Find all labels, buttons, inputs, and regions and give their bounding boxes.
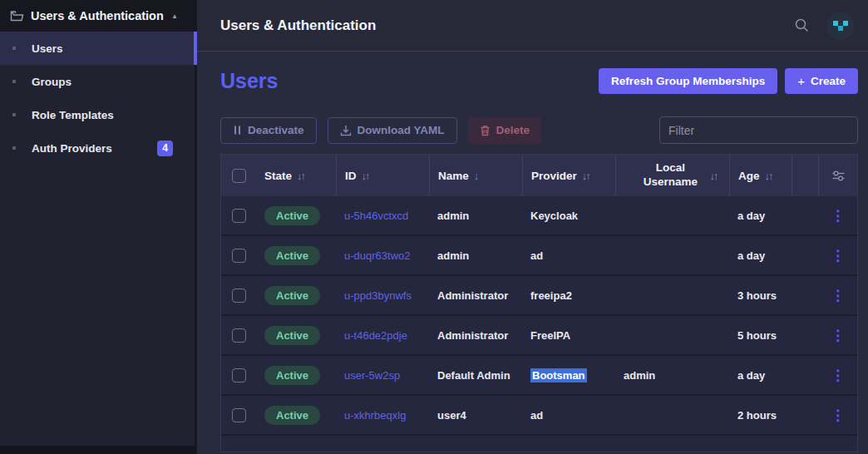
sidebar-item-label: Role Templates <box>26 109 185 121</box>
header-cell-empty <box>792 155 818 196</box>
header-cell-provider[interactable]: Provider ↓↑ <box>522 155 615 196</box>
sort-icon[interactable]: ↓↑ <box>582 170 589 182</box>
user-avatar[interactable] <box>826 12 855 40</box>
sort-icon[interactable]: ↓ <box>474 170 478 182</box>
provider-value: Keycloak <box>530 210 578 222</box>
main-area: Users & Authentication Users Refresh Gro… <box>197 0 868 454</box>
identicon-avatar-icon <box>826 12 855 40</box>
cell-age: a day <box>729 210 792 222</box>
kebab-menu-icon[interactable]: ⋮ <box>824 245 851 266</box>
auth-providers-count-badge: 4 <box>157 141 173 156</box>
status-badge: Active <box>264 366 320 385</box>
sidebar-item-auth-providers[interactable]: Auth Providers 4 <box>0 131 195 165</box>
sort-icon[interactable]: ↓↑ <box>710 170 718 182</box>
cell-id: u-5h46vctxcd <box>336 210 429 222</box>
cell-state: Active <box>256 286 336 305</box>
table-header-row: State ↓↑ ID ↓↑ Name ↓ Provider ↓↑ <box>221 155 857 196</box>
column-label: State <box>264 170 292 182</box>
cell-name: Administrator <box>429 289 522 302</box>
cell-id: u-t46de2pdje <box>336 329 429 342</box>
refresh-group-memberships-button[interactable]: Refresh Group Memberships <box>599 68 777 94</box>
cell-local-username: admin <box>615 369 729 382</box>
table-filler <box>221 436 857 452</box>
folder-icon <box>10 10 24 22</box>
trash-icon <box>480 125 491 136</box>
download-yaml-button[interactable]: Download YAML <box>328 117 457 144</box>
cell-provider: FreeIPA <box>522 329 615 342</box>
row-checkbox[interactable] <box>232 368 246 382</box>
sidebar-item-label: Groups <box>26 76 185 88</box>
kebab-menu-icon[interactable]: ⋮ <box>824 285 851 306</box>
cell-name: user4 <box>429 409 522 422</box>
download-icon <box>340 125 352 136</box>
provider-value: FreeIPA <box>530 329 570 342</box>
cell-actions: ⋮ <box>818 285 857 306</box>
sidebar-header[interactable]: Users & Authentication ▲ <box>0 0 195 32</box>
sidebar: Users & Authentication ▲ Users Groups Ro… <box>0 0 197 454</box>
sort-icon[interactable]: ↓↑ <box>362 170 369 182</box>
search-icon <box>794 17 810 33</box>
kebab-menu-icon[interactable]: ⋮ <box>824 205 851 226</box>
row-checkbox[interactable] <box>232 328 246 343</box>
page-header: Users Refresh Group Memberships + Create <box>220 68 858 94</box>
header-cell-settings <box>818 155 857 196</box>
column-label: Name <box>438 170 469 182</box>
cell-id: u-ppd3bynwfs <box>336 289 429 302</box>
sort-icon[interactable]: ↓↑ <box>765 170 772 182</box>
cell-state: Active <box>256 246 336 265</box>
header-cell-id[interactable]: ID ↓↑ <box>336 155 429 196</box>
header-cell-state[interactable]: State ↓↑ <box>256 155 336 196</box>
table-row: Active u-5h46vctxcd admin Keycloak a day… <box>221 196 857 236</box>
delete-button[interactable]: Delete <box>468 117 542 144</box>
cell-checkbox <box>221 209 256 223</box>
sidebar-item-groups[interactable]: Groups <box>0 65 195 98</box>
deactivate-button[interactable]: Deactivate <box>220 117 317 144</box>
cell-id: u-xkhrbeqxlg <box>336 409 429 422</box>
cell-state: Active <box>256 326 336 345</box>
header-cell-checkbox <box>221 155 256 196</box>
button-label: Delete <box>496 124 530 136</box>
select-all-checkbox[interactable] <box>232 169 246 183</box>
content: Users Refresh Group Memberships + Create… <box>197 52 868 454</box>
column-label: ID <box>345 170 357 182</box>
row-checkbox[interactable] <box>232 249 246 263</box>
kebab-menu-icon[interactable]: ⋮ <box>824 365 851 386</box>
provider-value: Bootsman <box>530 368 587 382</box>
user-id-link[interactable]: u-xkhrbeqxlg <box>344 409 406 422</box>
search-button[interactable] <box>789 12 815 38</box>
create-button[interactable]: + Create <box>785 68 858 94</box>
user-id-link[interactable]: u-t46de2pdje <box>344 329 407 342</box>
kebab-menu-icon[interactable]: ⋮ <box>824 405 851 426</box>
user-id-link[interactable]: u-duqr63two2 <box>344 249 411 262</box>
user-id-link[interactable]: u-5h46vctxcd <box>344 210 408 222</box>
sort-icon[interactable]: ↓↑ <box>297 170 304 182</box>
sidebar-item-role-templates[interactable]: Role Templates <box>0 98 195 131</box>
row-checkbox[interactable] <box>232 408 246 422</box>
bulk-actions-row: Deactivate Download YAML Delete <box>220 116 858 144</box>
sidebar-item-label: Auth Providers <box>26 142 147 155</box>
sidebar-item-label: Users <box>26 42 185 55</box>
status-badge: Active <box>264 206 320 225</box>
row-checkbox[interactable] <box>232 209 246 223</box>
header-cell-local-username[interactable]: Local Username ↓↑ <box>615 155 729 196</box>
provider-value: ad <box>530 409 543 422</box>
filter-input[interactable] <box>659 116 858 144</box>
provider-value: ad <box>530 249 543 262</box>
button-label: Refresh Group Memberships <box>611 75 765 87</box>
row-checkbox[interactable] <box>232 289 246 303</box>
chevron-up-icon[interactable]: ▲ <box>171 12 178 20</box>
kebab-menu-icon[interactable]: ⋮ <box>824 325 851 346</box>
status-badge: Active <box>264 246 320 265</box>
sidebar-item-users[interactable]: Users <box>0 32 195 65</box>
header-cell-name[interactable]: Name ↓ <box>429 155 522 196</box>
table-row: Active user-5w2sp Default Admin Bootsman… <box>221 356 857 396</box>
header-cell-age[interactable]: Age ↓↑ <box>729 155 792 196</box>
user-id-link[interactable]: u-ppd3bynwfs <box>344 289 412 302</box>
cell-age: a day <box>729 249 792 262</box>
user-id-link[interactable]: user-5w2sp <box>344 369 400 382</box>
cell-name: Administrator <box>429 329 522 342</box>
column-settings-button[interactable] <box>830 168 847 184</box>
cell-actions: ⋮ <box>818 205 857 226</box>
plus-icon: + <box>797 74 805 88</box>
sidebar-title: Users & Authentication <box>31 9 165 22</box>
